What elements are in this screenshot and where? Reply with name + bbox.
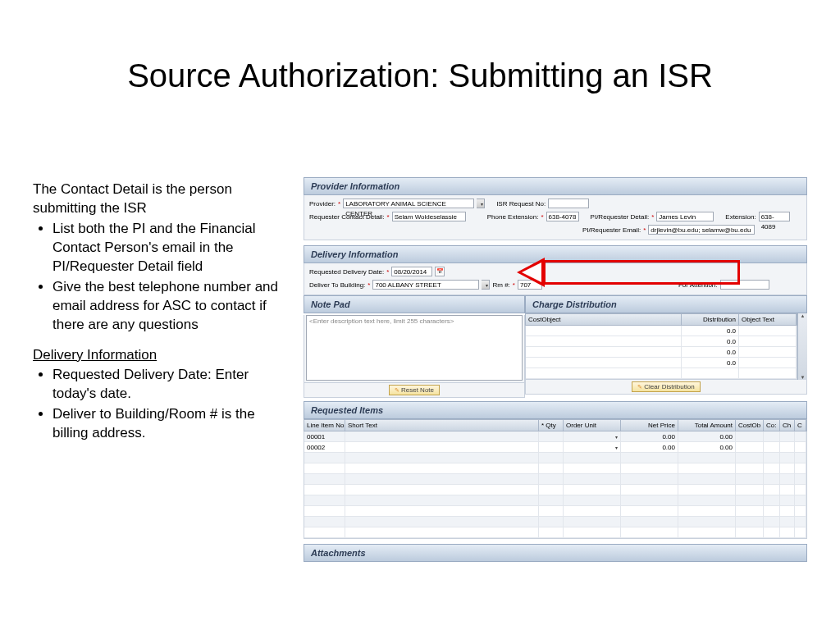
required-asterisk: * — [643, 226, 646, 234]
col-lineitem: Line Item No — [304, 420, 345, 431]
pencil-icon: ✎ — [395, 387, 399, 393]
intro-text: The Contact Detail is the person submitt… — [33, 180, 279, 218]
obj-cell[interactable] — [739, 336, 797, 346]
shorttext-cell[interactable] — [345, 431, 539, 441]
notepad-header: Note Pad — [304, 295, 525, 313]
qty-cell[interactable] — [539, 431, 564, 441]
provider-header: Provider Information — [304, 177, 807, 195]
col-objecttext: Object Text — [739, 314, 797, 325]
provider-label: Provider: — [309, 200, 336, 208]
bullet: Requested Delivery Date: Enter today's d… — [52, 366, 279, 404]
phone-input[interactable]: 638-4078 — [546, 212, 579, 221]
required-asterisk: * — [541, 213, 543, 221]
calendar-icon[interactable]: 📅 — [435, 267, 445, 276]
isr-label: ISR Request No: — [496, 200, 546, 208]
form-screenshot: Provider Information Provider:* LABORATO… — [304, 177, 807, 562]
cost-cell[interactable] — [526, 336, 682, 346]
pi-email-label: PI/Requester Email: — [582, 226, 641, 234]
notepad-textarea[interactable]: <Enter description text here, limit 255 … — [306, 315, 523, 381]
isr-input[interactable] — [548, 199, 589, 208]
col-distribution: Distribution — [682, 314, 739, 325]
ext-input[interactable]: 638-4089 — [759, 212, 790, 221]
contact-input[interactable]: Selam Woldeselassie — [392, 212, 466, 221]
total-cell: 0.00 — [678, 442, 736, 452]
col-costob: CostOb — [736, 420, 764, 431]
dist-cell[interactable]: 0.0 — [682, 326, 739, 336]
pi-label: PI/Requester Detail: — [591, 213, 650, 221]
attn-input[interactable] — [720, 280, 769, 290]
cost-cell[interactable] — [526, 347, 682, 357]
scroll-down-icon[interactable]: ▼ — [801, 375, 806, 380]
cost-cell[interactable] — [526, 326, 682, 336]
obj-cell[interactable] — [739, 326, 797, 336]
col-ch: Ch — [780, 420, 795, 431]
bldg-dropdown[interactable]: 700 ALBANY STREET — [372, 280, 479, 290]
unit-cell[interactable]: ▾ — [564, 431, 621, 441]
contact-label: Requester Contact Detail: — [309, 213, 385, 221]
pi-email-input[interactable]: drjlevin@bu.edu; selamw@bu.edu — [648, 225, 755, 235]
delivery-body: Requested Delivery Date:* 08/20/2014 📅 D… — [304, 263, 807, 295]
requested-grid: 00001 ▾ 0.00 0.00 00002 ▾ 0.00 0.00 — [304, 431, 807, 539]
pencil-icon: ✎ — [637, 384, 642, 390]
reset-note-button[interactable]: ✎Reset Note — [389, 385, 440, 395]
room-input[interactable]: 707 — [518, 280, 542, 290]
requested-columns: Line Item No Short Text * Qty Order Unit… — [304, 419, 807, 431]
bullet: Deliver to Building/Room # is the billin… — [52, 405, 279, 443]
provider-body: Provider:* LABORATORY ANIMAL SCIENCE CEN… — [304, 195, 807, 240]
required-asterisk: * — [651, 213, 654, 221]
dropdown-icon[interactable]: ▾ — [615, 445, 618, 450]
total-cell: 0.00 — [678, 431, 736, 441]
dist-cell[interactable]: 0.0 — [682, 347, 739, 357]
obj-cell[interactable] — [739, 347, 797, 357]
col-unit: Order Unit — [564, 420, 621, 431]
ext-label: Extension: — [725, 213, 756, 221]
date-input[interactable]: 08/20/2014 — [391, 267, 432, 276]
required-asterisk: * — [338, 200, 340, 208]
net-cell[interactable]: 0.00 — [621, 431, 678, 441]
page-title: Source Authorization: Submitting an ISR — [0, 57, 840, 94]
charge-header: Charge Distribution — [525, 295, 807, 313]
obj-cell[interactable] — [739, 358, 797, 368]
net-cell[interactable]: 0.00 — [621, 442, 678, 452]
col-shorttext: Short Text — [345, 420, 539, 431]
scrollbar[interactable]: ▲▼ — [797, 313, 807, 380]
dist-cell[interactable]: 0.0 — [682, 358, 739, 368]
delivery-header: Delivery Information — [304, 245, 807, 263]
dropdown-icon[interactable] — [477, 199, 485, 208]
unit-cell[interactable]: ▾ — [564, 442, 621, 452]
attn-label: For Attention: — [678, 281, 718, 289]
delivery-subhead: Delivery Information — [33, 346, 279, 365]
col-netprice: Net Price — [621, 420, 678, 431]
bullet: Give the best telephone number and email… — [52, 278, 279, 335]
room-label: Rm #: — [492, 281, 509, 289]
pi-input[interactable]: James Levin — [656, 212, 714, 221]
instructions-panel: The Contact Detail is the person submitt… — [33, 180, 279, 454]
phone-label: Phone Extension: — [487, 213, 539, 221]
dropdown-icon[interactable]: ▾ — [615, 434, 618, 440]
qty-cell[interactable] — [539, 442, 564, 452]
cost-cell[interactable] — [526, 358, 682, 368]
col-cos: Co: — [764, 420, 780, 431]
bldg-label: Deliver To Building: — [309, 281, 365, 289]
clear-distribution-button[interactable]: ✎Clear Distribution — [632, 381, 700, 392]
table-row[interactable]: 00001 ▾ 0.00 0.00 — [304, 431, 806, 442]
provider-dropdown[interactable]: LABORATORY ANIMAL SCIENCE CENTER — [343, 199, 474, 208]
lineno-cell: 00002 — [304, 442, 345, 452]
required-asterisk: * — [387, 213, 390, 221]
attachments-header: Attachments — [304, 544, 807, 562]
col-costobject: CostObject — [526, 314, 682, 325]
date-label: Requested Delivery Date: — [309, 268, 384, 276]
col-qty: * Qty — [539, 420, 564, 431]
required-asterisk: * — [368, 281, 370, 289]
requested-header: Requested Items — [304, 401, 807, 419]
col-total: Total Amount — [678, 420, 736, 431]
dist-cell[interactable]: 0.0 — [682, 336, 739, 346]
scroll-up-icon[interactable]: ▲ — [801, 313, 806, 318]
lineno-cell: 00001 — [304, 431, 345, 441]
table-row[interactable]: 00002 ▾ 0.00 0.00 — [304, 442, 806, 453]
bullet: List both the PI and the Financial Conta… — [52, 220, 279, 276]
required-asterisk: * — [513, 281, 515, 289]
shorttext-cell[interactable] — [345, 442, 539, 452]
required-asterisk: * — [386, 268, 389, 276]
dropdown-icon[interactable] — [482, 280, 490, 290]
